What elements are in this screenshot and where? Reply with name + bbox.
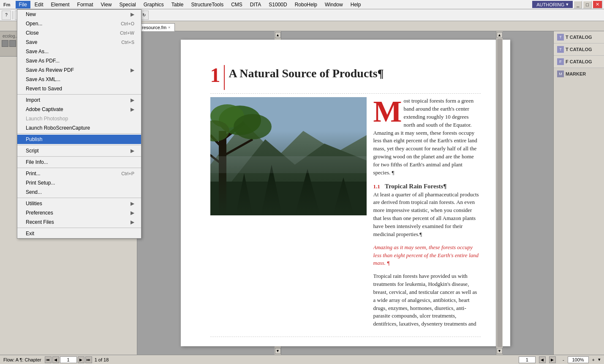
close-button[interactable]: ✕ bbox=[593, 0, 602, 8]
menu-structuretools[interactable]: StructureTools bbox=[188, 1, 227, 8]
menu-save-as-pdf[interactable]: Save As PDF... bbox=[17, 56, 141, 65]
chapter-header: 1 A Natural Source of Products¶ bbox=[210, 65, 481, 90]
menu-robohelp[interactable]: RoboHelp bbox=[291, 1, 321, 8]
marker-item[interactable]: M MARKER bbox=[554, 68, 604, 80]
page-total: 1 of 18 bbox=[95, 357, 109, 362]
f-catalog-item[interactable]: F F CATALOG bbox=[554, 56, 604, 68]
panel-icon-1[interactable] bbox=[2, 40, 8, 47]
zoom-minus-btn[interactable]: - bbox=[563, 357, 564, 362]
menu-print-setup-label: Print Setup... bbox=[26, 180, 55, 186]
menu-help[interactable]: Help bbox=[347, 1, 365, 8]
menu-close[interactable]: Close Ctrl+W bbox=[17, 28, 141, 38]
page-number-input[interactable] bbox=[60, 356, 77, 363]
menu-sep-6 bbox=[17, 198, 141, 198]
menu-adobe-captivate-arrow: ▶ bbox=[131, 106, 134, 112]
toolbar-btn-1[interactable]: ? bbox=[2, 11, 11, 20]
menu-launch-photoshop[interactable]: Launch Photoshop bbox=[17, 114, 141, 123]
menu-publish[interactable]: Publish bbox=[17, 135, 141, 144]
menu-graphics[interactable]: Graphics bbox=[140, 1, 167, 8]
scroll-up-btn-right[interactable]: ▲ bbox=[497, 32, 503, 38]
scroll-down-btn-right[interactable]: ▼ bbox=[497, 348, 503, 354]
tab-close-icon[interactable]: × bbox=[168, 25, 170, 30]
tab-resource-fm[interactable]: resource.fm × bbox=[137, 23, 175, 31]
menu-recent-files[interactable]: Recent Files ▶ bbox=[17, 217, 141, 227]
prev-page-btn[interactable]: ◀ bbox=[52, 356, 59, 363]
menu-special[interactable]: Special bbox=[116, 1, 139, 8]
menu-view[interactable]: View bbox=[98, 1, 115, 8]
menu-format[interactable]: Format bbox=[74, 1, 97, 8]
chapter-title: A Natural Source of Products¶ bbox=[229, 65, 481, 81]
menu-new-label: New bbox=[26, 11, 36, 17]
menu-print-setup[interactable]: Print Setup... bbox=[17, 178, 141, 187]
menu-save-review-pdf[interactable]: Save As Review PDF ▶ bbox=[17, 65, 141, 75]
menu-print[interactable]: Print... Ctrl+P bbox=[17, 169, 141, 178]
menu-preferences[interactable]: Preferences ▶ bbox=[17, 208, 141, 217]
menu-cms[interactable]: CMS bbox=[228, 1, 246, 8]
menu-close-label: Close bbox=[26, 30, 39, 36]
authoring-label: AUTHORING bbox=[536, 2, 564, 7]
scroll-thumb[interactable] bbox=[497, 39, 502, 347]
menu-s1000d[interactable]: S1000D bbox=[265, 1, 290, 8]
menu-edit[interactable]: Edit bbox=[31, 1, 47, 8]
t-catalog-2-item[interactable]: T T CATALOG bbox=[554, 43, 604, 56]
menu-print-label: Print... bbox=[26, 171, 41, 177]
status-prev-btn[interactable]: ◀ bbox=[539, 356, 546, 363]
menu-sep-5 bbox=[17, 168, 141, 168]
menu-import[interactable]: Import ▶ bbox=[17, 95, 141, 105]
menu-table[interactable]: Table bbox=[168, 1, 187, 8]
menu-file-info[interactable]: File Info... bbox=[17, 158, 141, 167]
section-number: 1.1 bbox=[373, 183, 380, 190]
first-page-btn[interactable]: ⏮ bbox=[45, 356, 52, 363]
callout-text: Amazing as it may seem, these forests oc… bbox=[373, 244, 481, 268]
panel-icon-2[interactable] bbox=[9, 40, 16, 47]
menu-open-shortcut: Ctrl+O bbox=[121, 21, 134, 26]
menu-save-review-pdf-label: Save As Review PDF bbox=[26, 67, 74, 73]
menu-save-as-label: Save As... bbox=[26, 49, 49, 54]
maximize-button[interactable]: □ bbox=[583, 1, 592, 8]
drop-cap: M bbox=[373, 99, 402, 125]
menu-dita[interactable]: DITA bbox=[247, 1, 264, 8]
menu-script-label: Script bbox=[26, 148, 39, 154]
menu-preferences-label: Preferences bbox=[26, 210, 53, 216]
menu-file[interactable]: File bbox=[16, 1, 30, 8]
t-catalog-2-label: T CATALOG bbox=[566, 47, 592, 52]
menu-adobe-captivate[interactable]: Adobe Captivate ▶ bbox=[17, 105, 141, 114]
image-section: M ost tropical forests form a green band… bbox=[210, 93, 481, 337]
scroll-down-btn[interactable]: ▼ bbox=[275, 348, 281, 354]
menu-element[interactable]: Element bbox=[48, 1, 73, 8]
menu-save-as-xml[interactable]: Save As XML... bbox=[17, 75, 141, 84]
scroll-up-btn[interactable]: ▲ bbox=[275, 32, 281, 38]
menu-open[interactable]: Open... Ctrl+O bbox=[17, 19, 141, 28]
minimize-button[interactable]: _ bbox=[574, 1, 582, 8]
menu-revert-label: Revert to Saved bbox=[26, 86, 62, 92]
zoom-input[interactable] bbox=[568, 356, 589, 363]
t-catalog-1-icon: T bbox=[557, 34, 564, 41]
t-catalog-1-item[interactable]: T T CATALOG bbox=[554, 31, 604, 43]
flow-label: Flow: A ¶: Chapter bbox=[3, 357, 41, 362]
menu-file-info-label: File Info... bbox=[26, 159, 48, 165]
menu-utilities[interactable]: Utilities ▶ bbox=[17, 199, 141, 208]
menu-save[interactable]: Save Ctrl+S bbox=[17, 38, 141, 47]
menu-send[interactable]: Send... bbox=[17, 187, 141, 197]
menu-launch-robo[interactable]: Launch RoboScreenCapture bbox=[17, 123, 141, 133]
last-page-btn[interactable]: ⏭ bbox=[85, 356, 92, 363]
menu-recent-files-arrow: ▶ bbox=[131, 219, 134, 225]
menu-utilities-arrow: ▶ bbox=[131, 201, 134, 206]
t-catalog-1-label: T CATALOG bbox=[566, 35, 592, 40]
next-page-btn[interactable]: ▶ bbox=[78, 356, 84, 363]
menu-adobe-captivate-label: Adobe Captivate bbox=[26, 106, 63, 112]
para-2: At least a quarter of all pharmaceutical… bbox=[373, 191, 481, 239]
menu-script[interactable]: Script ▶ bbox=[17, 146, 141, 155]
zoom-plus-btn[interactable]: + bbox=[592, 357, 595, 362]
authoring-button[interactable]: AUTHORING ▾ bbox=[532, 1, 573, 8]
menu-window[interactable]: Window bbox=[321, 1, 346, 8]
zoom-dropdown-btn[interactable]: ▾ bbox=[598, 357, 601, 362]
menu-new[interactable]: New ▶ bbox=[17, 10, 141, 19]
toolbar-sep-1 bbox=[13, 11, 13, 19]
menu-save-as[interactable]: Save As... bbox=[17, 47, 141, 56]
status-next-btn[interactable]: ▶ bbox=[549, 356, 556, 363]
status-page-input[interactable] bbox=[519, 356, 536, 363]
menu-revert[interactable]: Revert to Saved bbox=[17, 84, 141, 93]
menu-exit[interactable]: Exit bbox=[17, 229, 141, 238]
section-header: 1.1 Tropical Rain Forests¶ bbox=[373, 182, 481, 191]
